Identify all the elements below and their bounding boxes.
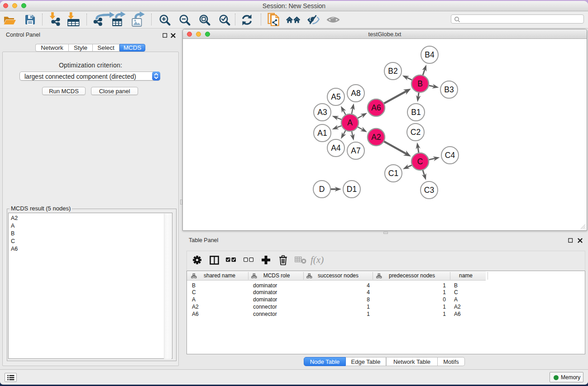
svg-text:C3: C3 — [424, 186, 434, 195]
svg-text:A7: A7 — [351, 146, 360, 155]
svg-text:A: A — [347, 118, 353, 127]
svg-text:A5: A5 — [331, 92, 340, 101]
svg-text:D: D — [319, 185, 325, 194]
svg-text:A6: A6 — [371, 103, 381, 112]
svg-text:B2: B2 — [388, 67, 397, 76]
svg-text:A1: A1 — [317, 129, 327, 138]
svg-text:A2: A2 — [371, 133, 381, 142]
svg-text:A3: A3 — [317, 108, 327, 117]
svg-text:D1: D1 — [347, 185, 357, 194]
svg-text:B4: B4 — [425, 50, 435, 59]
svg-text:A4: A4 — [331, 143, 341, 152]
svg-text:B1: B1 — [411, 108, 421, 117]
svg-text:B3: B3 — [444, 85, 454, 94]
svg-text:C2: C2 — [411, 128, 421, 137]
svg-text:C4: C4 — [445, 151, 455, 160]
svg-text:A8: A8 — [351, 89, 360, 98]
svg-text:C: C — [417, 157, 423, 166]
svg-text:B: B — [417, 79, 423, 88]
svg-text:C1: C1 — [388, 169, 398, 178]
